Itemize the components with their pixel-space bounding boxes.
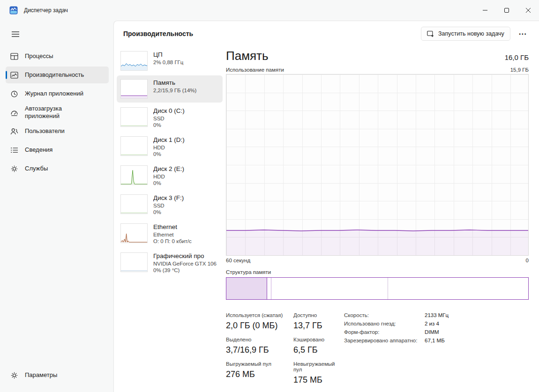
- memory-usage-label: Использование памяти: [226, 67, 284, 73]
- perf-item-detail: Ethernet: [153, 232, 192, 237]
- perf-item-name: Ethernet: [153, 223, 192, 230]
- app-body: Процессы Производительность Журнал прило…: [0, 21, 539, 392]
- disk2-thumbnail-chart: [120, 165, 148, 185]
- perf-item-detail: HDD: [153, 174, 184, 179]
- sidebar-item-startup-apps[interactable]: Автозагрузка приложений: [6, 104, 109, 121]
- sidebar-item-label: Сведения: [25, 146, 52, 154]
- stat-label: Невыгружаемый пул: [293, 361, 344, 372]
- maximize-button[interactable]: [496, 0, 517, 21]
- memory-detail-header: Память 16,0 ГБ: [226, 49, 529, 63]
- stat-in-use: Используется (сжатая) 2,0 ГБ (0 МБ): [226, 312, 293, 331]
- menu-toggle-button[interactable]: [7, 26, 24, 42]
- performance-icon: [10, 71, 18, 79]
- sidebar-item-processes[interactable]: Процессы: [6, 48, 109, 65]
- perf-item-gpu[interactable]: Графический про NVIDIA GeForce GTX 106 0…: [117, 249, 223, 277]
- run-new-task-button[interactable]: Запустить новую задачу: [421, 27, 510, 41]
- perf-item-detail: HDD: [153, 145, 185, 150]
- page-title: Производительность: [123, 30, 193, 37]
- perf-item-detail: 2% 0,88 ГГц: [153, 59, 183, 65]
- perf-item-detail: 0%: [153, 209, 184, 215]
- perf-item-disk2[interactable]: Диск 2 (E:) HDD 0%: [117, 162, 223, 190]
- hw-value-slots: 2 из 4: [425, 321, 449, 326]
- sidebar-item-services[interactable]: Службы: [6, 161, 109, 178]
- perf-item-memory[interactable]: Память 2,2/15,9 ГБ (14%): [117, 75, 223, 103]
- composition-segment-modified: [267, 278, 271, 299]
- stat-value: 6,5 ГБ: [293, 345, 344, 355]
- maximize-icon: [504, 8, 509, 13]
- memory-composition-label: Структура памяти: [226, 269, 529, 275]
- perf-item-detail: 2,2/15,9 ГБ (14%): [153, 88, 196, 93]
- startup-gauge-icon: [10, 109, 18, 117]
- composition-segment-free: [388, 278, 528, 299]
- perf-item-disk0[interactable]: Диск 0 (C:) SSD 0%: [117, 104, 223, 132]
- window-controls: [474, 0, 539, 21]
- performance-metric-list: ЦП 2% 0,88 ГГц Память 2,2/15,9 ГБ (14%): [117, 47, 223, 392]
- memory-usage-max-label: 15,9 ГБ: [510, 67, 529, 73]
- minimize-icon: [483, 8, 487, 13]
- gpu-thumbnail-chart: [120, 252, 148, 272]
- memory-hardware-info: Скорость: 2133 МГц Использовано гнезд: 2…: [344, 312, 449, 391]
- sidebar-item-label: Журнал приложений: [25, 90, 83, 97]
- users-icon: [10, 127, 18, 135]
- close-button[interactable]: [517, 0, 539, 21]
- sidebar-item-settings[interactable]: Параметры: [6, 367, 109, 384]
- more-options-button[interactable]: ...: [514, 27, 532, 41]
- perf-item-detail: 0% (39 °C): [153, 267, 217, 273]
- hw-value-form-factor: DIMM: [425, 329, 449, 335]
- perf-item-disk3[interactable]: Диск 3 (F:) SSD 0%: [117, 191, 223, 219]
- sidebar-item-label: Автозагрузка приложений: [25, 105, 93, 120]
- stat-label: Кэшировано: [293, 337, 344, 342]
- sidebar-item-label: Процессы: [25, 52, 53, 60]
- stat-value: 2,0 ГБ (0 МБ): [226, 321, 293, 331]
- memory-usage-axis-bottom: 60 секунд 0: [226, 258, 529, 263]
- memory-title: Память: [226, 49, 269, 63]
- perf-item-detail: 0%: [153, 151, 185, 157]
- perf-item-detail: SSD: [153, 116, 185, 121]
- perf-item-disk1[interactable]: Диск 1 (D:) HDD 0%: [117, 133, 223, 161]
- sidebar-item-label: Параметры: [25, 371, 57, 379]
- cpu-thumbnail-chart: [120, 51, 148, 71]
- history-clock-icon: [10, 90, 18, 98]
- sidebar-item-users[interactable]: Пользователи: [6, 123, 109, 140]
- processes-icon: [10, 52, 18, 60]
- hw-label-hardware-reserved: Зарезервировано аппаратно:: [344, 338, 425, 343]
- stat-cached: Кэшировано 6,5 ГБ: [293, 337, 344, 355]
- memory-stats-left: Используется (сжатая) 2,0 ГБ (0 МБ) Дост…: [226, 312, 344, 391]
- perf-item-detail: О: 0 П: 0 кбит/с: [153, 238, 192, 244]
- perf-item-detail: 0%: [153, 180, 184, 186]
- stat-label: Выгружаемый пул: [226, 361, 293, 367]
- perf-item-name: Диск 1 (D:): [153, 136, 185, 143]
- perf-item-ethernet[interactable]: Ethernet Ethernet О: 0 П: 0 кбит/с: [117, 220, 223, 248]
- run-new-task-label: Запустить новую задачу: [438, 30, 504, 37]
- perf-item-detail: SSD: [153, 203, 184, 208]
- ethernet-thumbnail-chart: [120, 223, 148, 243]
- hw-value-speed: 2133 МГц: [425, 312, 449, 318]
- perf-item-cpu[interactable]: ЦП 2% 0,88 ГГц: [117, 47, 223, 74]
- services-gear-icon: [10, 165, 18, 173]
- stat-value: 13,7 ГБ: [293, 321, 344, 331]
- stat-value: 175 МБ: [293, 375, 344, 385]
- stat-label: Доступно: [293, 312, 344, 318]
- disk0-thumbnail-chart: [120, 107, 148, 127]
- sidebar-item-performance[interactable]: Производительность: [6, 67, 109, 83]
- stat-paged-pool: Выгружаемый пул 276 МБ: [226, 361, 293, 385]
- perf-item-name: ЦП: [153, 51, 183, 58]
- hamburger-icon: [12, 31, 19, 37]
- perf-item-name: Диск 0 (C:): [153, 107, 185, 114]
- settings-gear-icon: [10, 371, 18, 379]
- memory-stats: Используется (сжатая) 2,0 ГБ (0 МБ) Дост…: [226, 312, 529, 391]
- stat-committed: Выделено 3,7/16,9 ГБ: [226, 337, 293, 355]
- sidebar: Процессы Производительность Журнал прило…: [0, 21, 113, 392]
- sidebar-item-app-history[interactable]: Журнал приложений: [6, 85, 109, 102]
- perf-item-detail: 0%: [153, 122, 185, 128]
- close-icon: [526, 8, 531, 13]
- stat-label: Выделено: [226, 337, 293, 342]
- minimize-button[interactable]: [474, 0, 496, 21]
- sidebar-spacer: [6, 179, 109, 367]
- sidebar-item-details[interactable]: Сведения: [6, 142, 109, 159]
- memory-total-capacity: 16,0 ГБ: [505, 53, 529, 63]
- stat-label: Используется (сжатая): [226, 312, 293, 318]
- memory-detail-panel: Память 16,0 ГБ Использование памяти 15,9…: [223, 47, 529, 392]
- hw-value-hardware-reserved: 67,1 МБ: [425, 338, 449, 343]
- composition-segment-in-use: [226, 278, 267, 299]
